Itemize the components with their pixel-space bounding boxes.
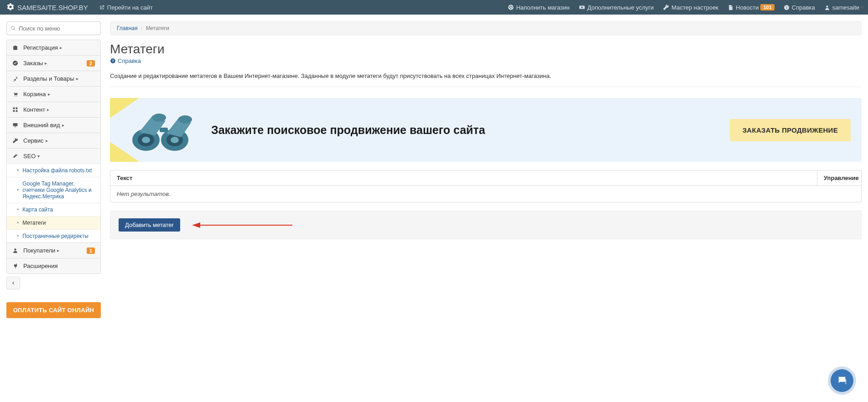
sidebar-item-customers[interactable]: Покупатели▸ 1: [7, 242, 100, 258]
caret-down-icon: ▾: [37, 154, 40, 159]
user-icon: [824, 5, 830, 10]
svg-point-24: [152, 113, 166, 122]
rocket-icon: [12, 153, 20, 159]
money-icon: [579, 4, 585, 10]
sidebar-item-registration[interactable]: Регистрация▸: [7, 40, 100, 55]
arrow-annotation-icon: [192, 221, 292, 229]
wrench-icon: [663, 4, 669, 10]
sub-gtm[interactable]: Google Tag Manager, счетчики Google Anal…: [7, 177, 100, 203]
caret-right-icon: ▸: [57, 248, 59, 253]
thumbtack-icon: [12, 76, 20, 82]
svg-point-1: [581, 6, 583, 8]
check-circle-icon: [12, 60, 20, 66]
svg-rect-13: [13, 123, 18, 126]
svg-point-5: [826, 5, 828, 7]
sub-robots[interactable]: Настройка файла robots.txt: [7, 164, 100, 177]
svg-point-15: [14, 248, 16, 250]
breadcrumb: Главная / Метатеги: [110, 21, 862, 36]
sub-sitemap[interactable]: Карта сайта: [7, 203, 100, 216]
customers-badge: 1: [87, 247, 95, 254]
file-icon: [728, 5, 733, 10]
svg-point-7: [15, 96, 16, 97]
menu-search[interactable]: [6, 21, 101, 35]
add-metatag-button[interactable]: Добавить метатег: [119, 218, 180, 232]
banner-title: Закажите поисковое продвижение вашего са…: [211, 124, 730, 137]
caret-down-icon: ▾: [861, 5, 863, 10]
help-link[interactable]: Справка: [779, 0, 820, 15]
settings-wizard-link[interactable]: Мастер настроек: [658, 0, 723, 15]
user-icon: [12, 247, 20, 253]
pay-online-button[interactable]: ОПЛАТИТЬ САЙТ ОНЛАЙН: [6, 302, 101, 318]
caret-right-icon: ▸: [62, 123, 64, 128]
collapse-sidebar-button[interactable]: [6, 277, 20, 289]
sidebar-item-cart[interactable]: Корзина▸: [7, 86, 100, 102]
chevron-left-icon: [11, 280, 16, 287]
svg-rect-14: [15, 127, 16, 127]
promo-banner: Закажите поисковое продвижение вашего са…: [110, 98, 862, 162]
svg-rect-26: [160, 128, 168, 132]
svg-text:?: ?: [112, 59, 114, 63]
user-menu[interactable]: samesaite ▾: [820, 0, 868, 15]
page-help-link[interactable]: ? Справка: [110, 57, 141, 64]
extra-services-link[interactable]: Дополнительные услуги: [574, 0, 658, 15]
metatags-table: Текст Управление Нет результатов.: [110, 170, 862, 202]
col-text: Текст: [110, 170, 817, 186]
sidebar-item-orders[interactable]: Заказы▸ 2: [7, 55, 100, 71]
breadcrumb-current: Метатеги: [146, 25, 169, 31]
svg-rect-11: [13, 110, 15, 112]
search-icon: [10, 26, 16, 31]
info-icon: [784, 5, 790, 10]
gear-icon: [6, 3, 17, 12]
sub-metatags[interactable]: Метатеги: [7, 216, 100, 229]
svg-point-20: [142, 137, 150, 143]
news-badge: 101: [760, 4, 774, 10]
sidebar-item-service[interactable]: Сервис▸: [7, 133, 100, 148]
svg-point-8: [16, 96, 17, 97]
svg-rect-4: [786, 6, 787, 6]
order-promotion-button[interactable]: ЗАКАЗАТЬ ПРОДВИЖЕНИЕ: [730, 119, 851, 141]
table-empty-message: Нет результатов.: [110, 186, 861, 202]
binoculars-icon: [121, 107, 203, 153]
fill-store-link[interactable]: Наполнить магазин: [503, 0, 574, 15]
svg-rect-9: [13, 108, 15, 109]
sidebar-item-appearance[interactable]: Внешний вид▸: [7, 117, 100, 133]
seo-submenu: Настройка файла robots.txt Google Tag Ma…: [7, 164, 100, 242]
page-description: Создание и редактирование метатегов в Ва…: [110, 72, 862, 87]
orders-badge: 2: [87, 60, 95, 67]
breadcrumb-home[interactable]: Главная: [117, 25, 138, 31]
sidebar-item-content[interactable]: Контент▸: [7, 102, 100, 117]
desktop-icon: [12, 122, 20, 128]
caret-right-icon: ▸: [47, 107, 49, 112]
svg-rect-10: [16, 108, 18, 109]
svg-rect-12: [16, 110, 18, 112]
question-circle-icon: ?: [110, 58, 116, 64]
col-manage: Управление: [817, 170, 861, 186]
caret-right-icon: ▸: [60, 45, 62, 50]
external-link-icon: [99, 5, 105, 10]
goto-site-link[interactable]: Перейти на сайт: [94, 0, 157, 15]
svg-point-23: [171, 137, 179, 143]
brand-text: SAMESAITE.SHOP.BY: [17, 4, 88, 11]
sub-redirects[interactable]: Постраничные редиректы: [7, 229, 100, 242]
plug-icon: [12, 263, 20, 269]
page-title: Метатеги: [110, 42, 862, 57]
sidebar-item-seo[interactable]: SEO▾: [7, 148, 100, 164]
brand-link[interactable]: SAMESAITE.SHOP.BY: [0, 3, 94, 12]
caret-right-icon: ▸: [46, 138, 48, 143]
menu-search-input[interactable]: [19, 25, 97, 32]
wrench-icon: [12, 138, 20, 144]
sidebar-item-sections[interactable]: Разделы и Товары▸: [7, 71, 100, 86]
svg-marker-28: [192, 222, 200, 228]
caret-right-icon: ▸: [48, 92, 50, 97]
action-bar: Добавить метатег: [110, 211, 862, 239]
svg-point-25: [178, 115, 192, 124]
cart-icon: [12, 91, 20, 97]
dashboard-icon: [508, 4, 514, 10]
sidebar-item-extensions[interactable]: Расширения: [7, 258, 100, 273]
grid-icon: [12, 107, 20, 113]
svg-rect-3: [786, 7, 787, 9]
briefcase-icon: [12, 45, 20, 51]
news-link[interactable]: Новости 101: [723, 0, 779, 15]
caret-right-icon: ▸: [76, 76, 78, 81]
caret-right-icon: ▸: [45, 61, 47, 66]
